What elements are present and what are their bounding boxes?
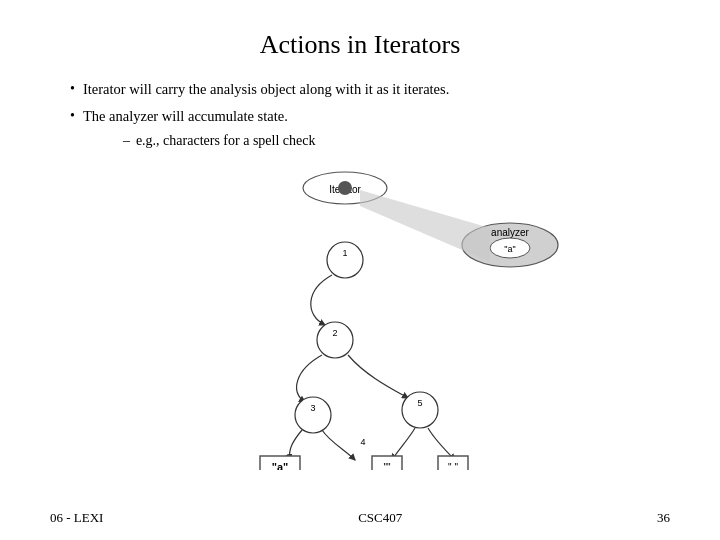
- footer: 06 - LEXI CSC407 36: [0, 510, 720, 526]
- sub-bullet-text-1: e.g., characters for a spell check: [136, 130, 316, 152]
- bullet-dot-1: •: [70, 78, 75, 100]
- diagram-svg: Iterator analyzer "a" 1 2: [150, 160, 580, 470]
- bullet-list: • Iterator will carry the analysis objec…: [50, 78, 670, 153]
- svg-text:" ": " ": [448, 462, 458, 470]
- svg-text:"": "": [383, 462, 391, 470]
- footer-right: 36: [657, 510, 670, 526]
- slide-title: Actions in Iterators: [50, 30, 670, 60]
- svg-text:analyzer: analyzer: [491, 227, 529, 238]
- slide: Actions in Iterators • Iterator will car…: [0, 0, 720, 540]
- diagram-area: Iterator analyzer "a" 1 2: [150, 160, 580, 470]
- svg-text:1: 1: [342, 248, 347, 258]
- sub-bullet-list: – e.g., characters for a spell check: [83, 130, 316, 152]
- bullet-text-1: Iterator will carry the analysis object …: [83, 78, 449, 101]
- svg-text:2: 2: [332, 328, 337, 338]
- svg-marker-7: [360, 190, 490, 262]
- svg-text:"a": "a": [272, 461, 289, 470]
- svg-text:4: 4: [360, 437, 365, 447]
- bullet-item-2: • The analyzer will accumulate state. – …: [70, 105, 670, 153]
- svg-point-2: [338, 181, 352, 195]
- footer-center: CSC407: [358, 510, 402, 526]
- svg-text:"a": "a": [504, 244, 515, 254]
- footer-left: 06 - LEXI: [50, 510, 103, 526]
- sub-dash: –: [123, 130, 130, 152]
- sub-bullet-item-1: – e.g., characters for a spell check: [123, 130, 316, 152]
- svg-text:5: 5: [417, 398, 422, 408]
- bullet-text-2: The analyzer will accumulate state.: [83, 108, 288, 124]
- bullet-dot-2: •: [70, 105, 75, 127]
- svg-text:3: 3: [310, 403, 315, 413]
- bullet-item-1: • Iterator will carry the analysis objec…: [70, 78, 670, 101]
